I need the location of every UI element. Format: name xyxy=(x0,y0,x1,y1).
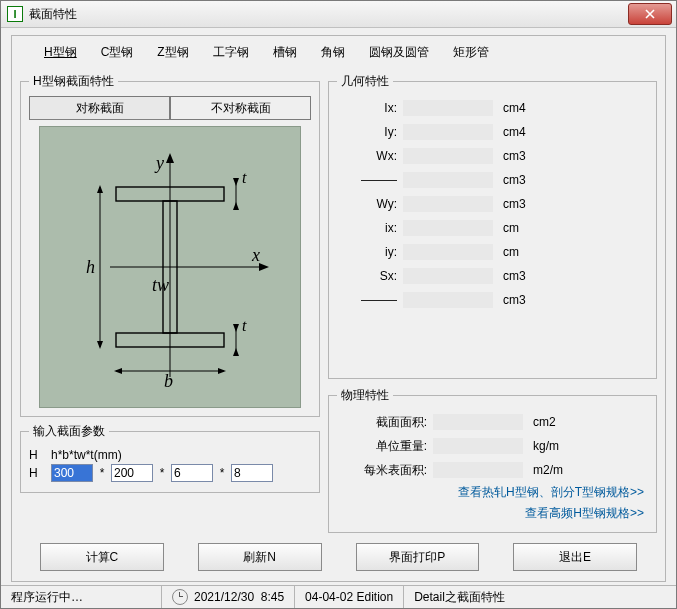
diagram-svg: y x xyxy=(40,127,300,407)
window-title: 截面特性 xyxy=(29,6,628,23)
calc-button[interactable]: 计算C xyxy=(40,543,164,571)
inputs-wrap: 输入截面参数 H h*b*tw*t(mm) H * * xyxy=(20,417,320,493)
button-row: 计算C 刷新N 界面打印P 退出E xyxy=(20,539,657,573)
status-running: 程序运行中… xyxy=(1,586,161,608)
geom-row: Ix:cm4 xyxy=(337,96,648,120)
close-icon xyxy=(645,9,655,19)
dim-t-bot: t xyxy=(242,317,247,334)
close-button[interactable] xyxy=(628,3,672,25)
link-high-freq[interactable]: 查看高频H型钢规格>> xyxy=(337,503,648,524)
dim-t-top: t xyxy=(242,169,247,186)
status-detail: Detail之截面特性 xyxy=(403,586,515,608)
tab-rect[interactable]: 矩形管 xyxy=(453,44,489,61)
geom-label: iy: xyxy=(337,245,403,259)
geom-unit: cm3 xyxy=(493,293,553,307)
body: H型钢截面特性 对称截面 不对称截面 y xyxy=(20,73,657,533)
right-column: 几何特性 Ix:cm4Iy:cm4Wx:cm3———cm3Wy:cm3ix:cm… xyxy=(328,73,657,533)
params-group-title: 输入截面参数 xyxy=(29,423,109,440)
phys-value xyxy=(433,438,523,454)
tab-c[interactable]: C型钢 xyxy=(101,44,134,61)
input-b[interactable] xyxy=(111,464,153,482)
geom-label: Wy: xyxy=(337,197,403,211)
geom-value xyxy=(403,172,493,188)
geom-label: Iy: xyxy=(337,125,403,139)
input-t[interactable] xyxy=(231,464,273,482)
phys-unit: m2/m xyxy=(523,463,583,477)
status-date: 2021/12/30 xyxy=(194,590,254,604)
phys-label: 单位重量: xyxy=(337,438,433,455)
tab-angle[interactable]: 角钢 xyxy=(321,44,345,61)
geom-label: ——— xyxy=(337,293,403,307)
geom-label: Wx: xyxy=(337,149,403,163)
asymmetric-button[interactable]: 不对称截面 xyxy=(170,96,311,120)
status-datetime: 2021/12/30 8:45 xyxy=(161,586,294,608)
phys-group: 物理特性 截面面积:cm2单位重量:kg/m每米表面积:m2/m 查看热轧H型钢… xyxy=(328,387,657,533)
geom-value xyxy=(403,292,493,308)
refresh-button[interactable]: 刷新N xyxy=(198,543,322,571)
geom-unit: cm3 xyxy=(493,173,553,187)
phys-unit: kg/m xyxy=(523,439,583,453)
geom-unit: cm xyxy=(493,245,553,259)
geom-label: Ix: xyxy=(337,101,403,115)
phys-row: 单位重量:kg/m xyxy=(337,434,648,458)
phys-unit: cm2 xyxy=(523,415,583,429)
geom-group-title: 几何特性 xyxy=(337,73,393,90)
tab-h[interactable]: H型钢 xyxy=(44,44,77,61)
section-diagram: y x xyxy=(39,126,301,408)
geom-row: Wy:cm3 xyxy=(337,192,648,216)
formula-row: H h*b*tw*t(mm) xyxy=(29,448,311,462)
value-row: H * * * xyxy=(29,464,311,482)
tab-round[interactable]: 圆钢及圆管 xyxy=(369,44,429,61)
symmetric-button[interactable]: 对称截面 xyxy=(29,96,170,120)
geom-value xyxy=(403,196,493,212)
phys-value xyxy=(433,414,523,430)
status-bar: 程序运行中… 2021/12/30 8:45 04-04-02 Edition … xyxy=(1,585,676,608)
phys-group-title: 物理特性 xyxy=(337,387,393,404)
print-button[interactable]: 界面打印P xyxy=(356,543,480,571)
geom-value xyxy=(403,268,493,284)
svg-marker-8 xyxy=(97,185,103,193)
geom-value xyxy=(403,124,493,140)
star2: * xyxy=(157,466,167,480)
section-group-title: H型钢截面特性 xyxy=(29,73,118,90)
geom-value xyxy=(403,220,493,236)
svg-marker-1 xyxy=(166,153,174,163)
geom-unit: cm4 xyxy=(493,125,553,139)
geom-row: ix:cm xyxy=(337,216,648,240)
value-row-label: H xyxy=(29,466,47,480)
geom-group: 几何特性 Ix:cm4Iy:cm4Wx:cm3———cm3Wy:cm3ix:cm… xyxy=(328,73,657,379)
phys-label: 截面面积: xyxy=(337,414,433,431)
tab-strip: H型钢 C型钢 Z型钢 工字钢 槽钢 角钢 圆钢及圆管 矩形管 xyxy=(20,42,657,67)
phys-row: 截面面积:cm2 xyxy=(337,410,648,434)
dim-b: b xyxy=(164,371,173,391)
dim-h: h xyxy=(86,257,95,277)
input-h[interactable] xyxy=(51,464,93,482)
tab-channel[interactable]: 槽钢 xyxy=(273,44,297,61)
svg-marker-17 xyxy=(233,324,239,332)
svg-marker-18 xyxy=(233,348,239,356)
svg-marker-3 xyxy=(259,263,269,271)
phys-value xyxy=(433,462,523,478)
tab-i[interactable]: 工字钢 xyxy=(213,44,249,61)
axis-y-label: y xyxy=(154,153,164,173)
axis-x-label: x xyxy=(251,245,260,265)
main-panel: H型钢 C型钢 Z型钢 工字钢 槽钢 角钢 圆钢及圆管 矩形管 H型钢截面特性 … xyxy=(11,35,666,582)
geom-row: ———cm3 xyxy=(337,288,648,312)
link-hot-rolled[interactable]: 查看热轧H型钢、剖分T型钢规格>> xyxy=(337,482,648,503)
input-tw[interactable] xyxy=(171,464,213,482)
geom-unit: cm3 xyxy=(493,149,553,163)
exit-button[interactable]: 退出E xyxy=(513,543,637,571)
geom-unit: cm3 xyxy=(493,269,553,283)
geom-row: Sx:cm3 xyxy=(337,264,648,288)
geom-row: ———cm3 xyxy=(337,168,648,192)
client-area: H型钢 C型钢 Z型钢 工字钢 槽钢 角钢 圆钢及圆管 矩形管 H型钢截面特性 … xyxy=(1,27,676,586)
geom-value xyxy=(403,244,493,260)
title-bar: I 截面特性 xyxy=(1,1,676,28)
geom-row: Wx:cm3 xyxy=(337,144,648,168)
formula-lab: H xyxy=(29,448,47,462)
geom-label: Sx: xyxy=(337,269,403,283)
tab-z[interactable]: Z型钢 xyxy=(157,44,188,61)
svg-marker-14 xyxy=(233,178,239,186)
status-edition: 04-04-02 Edition xyxy=(294,586,403,608)
star1: * xyxy=(97,466,107,480)
